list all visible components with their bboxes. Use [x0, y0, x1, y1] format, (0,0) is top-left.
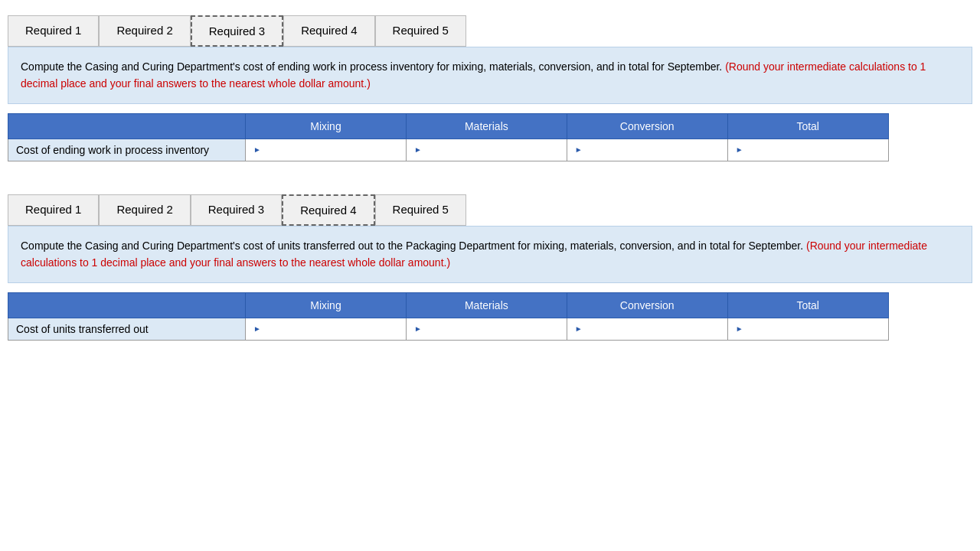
- table-1: Mixing Materials Conversion Total Cost o…: [8, 113, 889, 161]
- row-label-1: Cost of ending work in process inventory: [8, 139, 246, 161]
- table-wrapper-1: Mixing Materials Conversion Total Cost o…: [8, 113, 889, 161]
- col-header-total-2: Total: [727, 292, 888, 318]
- page-wrapper: Required 1 Required 2 Required 3 Require…: [0, 0, 980, 389]
- tab-required5-s2[interactable]: Required 5: [375, 194, 466, 226]
- triangle-conversion-1: ►: [575, 145, 583, 154]
- col-header-mixing-2: Mixing: [246, 292, 407, 318]
- tab-required4-s1[interactable]: Required 4: [283, 15, 374, 47]
- col-header-mixing-1: Mixing: [246, 113, 407, 139]
- input-materials-1[interactable]: ►: [406, 139, 567, 161]
- col-header-materials-2: Materials: [406, 292, 567, 318]
- triangle-total-2: ►: [736, 324, 743, 333]
- col-header-conversion-1: Conversion: [567, 113, 727, 139]
- description-plain-2: Compute the Casing and Curing Department…: [21, 240, 806, 252]
- col-header-materials-1: Materials: [406, 113, 567, 139]
- triangle-conversion-2: ►: [575, 324, 583, 333]
- input-field-total-2[interactable]: [746, 323, 880, 335]
- col-header-total-1: Total: [727, 113, 888, 139]
- input-conversion-2[interactable]: ►: [567, 318, 727, 340]
- input-field-mixing-2[interactable]: [264, 323, 398, 335]
- tab-required1-s1[interactable]: Required 1: [8, 15, 99, 47]
- description-plain-1: Compute the Casing and Curing Department…: [21, 60, 725, 73]
- table-row-1: Cost of ending work in process inventory…: [8, 139, 889, 161]
- input-total-2[interactable]: ►: [727, 318, 888, 340]
- tab-required2-s2[interactable]: Required 2: [99, 194, 190, 226]
- tab-required5-s1[interactable]: Required 5: [375, 15, 466, 47]
- table-row-2: Cost of units transferred out ► ►: [8, 318, 889, 340]
- input-mixing-2[interactable]: ►: [246, 318, 407, 340]
- section-required4: Required 1 Required 2 Required 3 Require…: [8, 194, 972, 343]
- tab-required3-s2[interactable]: Required 3: [191, 194, 282, 226]
- description-box-2: Compute the Casing and Curing Department…: [8, 226, 972, 283]
- col-header-conversion-2: Conversion: [567, 292, 727, 318]
- tab-required1-s2[interactable]: Required 1: [8, 194, 99, 226]
- triangle-materials-1: ►: [414, 145, 422, 154]
- tab-bar-2: Required 1 Required 2 Required 3 Require…: [8, 194, 972, 226]
- input-field-materials-1[interactable]: [425, 144, 559, 156]
- triangle-total-1: ►: [736, 145, 743, 154]
- input-materials-2[interactable]: ►: [406, 318, 567, 340]
- table-2: Mixing Materials Conversion Total Cost o…: [8, 292, 889, 341]
- tab-required4-s2[interactable]: Required 4: [282, 194, 374, 226]
- input-field-conversion-1[interactable]: [586, 144, 720, 156]
- input-field-materials-2[interactable]: [425, 323, 559, 335]
- tab-required3-s1[interactable]: Required 3: [191, 15, 283, 47]
- description-box-1: Compute the Casing and Curing Department…: [8, 47, 972, 104]
- row-label-2: Cost of units transferred out: [8, 318, 246, 340]
- input-field-mixing-1[interactable]: [264, 144, 398, 156]
- input-conversion-1[interactable]: ►: [567, 139, 727, 161]
- section-required3: Required 1 Required 2 Required 3 Require…: [8, 15, 972, 164]
- triangle-mixing-2: ►: [253, 324, 261, 333]
- table-wrapper-2: Mixing Materials Conversion Total Cost o…: [8, 292, 889, 341]
- tab-required2-s1[interactable]: Required 2: [99, 15, 190, 47]
- input-field-total-1[interactable]: [746, 144, 880, 156]
- triangle-materials-2: ►: [414, 324, 422, 333]
- input-total-1[interactable]: ►: [727, 139, 888, 161]
- tab-bar-1: Required 1 Required 2 Required 3 Require…: [8, 15, 972, 47]
- triangle-mixing-1: ►: [253, 145, 261, 154]
- input-field-conversion-2[interactable]: [586, 323, 720, 335]
- input-mixing-1[interactable]: ►: [246, 139, 407, 161]
